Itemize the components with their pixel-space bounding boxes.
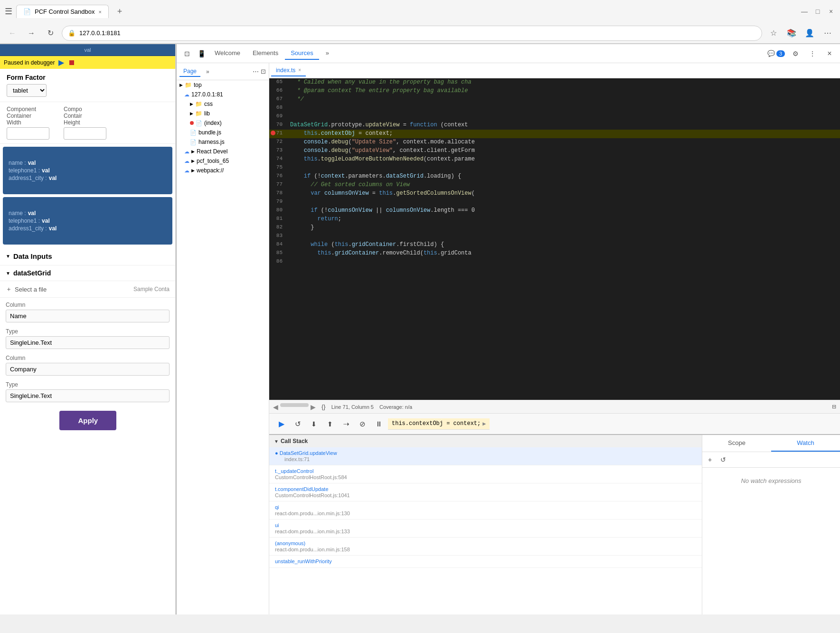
file-item-webpack[interactable]: ☁ ▶ webpack:// [177, 166, 269, 175]
code-line-79: 79 [269, 198, 840, 207]
apply-button[interactable]: Apply [59, 411, 116, 430]
file-item-lib[interactable]: ▶ 📁 lib [177, 109, 269, 118]
type-label-1: Type [6, 328, 170, 335]
sidebar-toggle[interactable]: ☰ [5, 6, 12, 17]
call-stack-item-5[interactable]: (anonymous) react-dom.produ...ion.min.js… [269, 538, 702, 556]
scope-tab[interactable]: Scope [702, 435, 771, 452]
call-stack-item-2[interactable]: t.componentDidUpdate CustomControlHostRo… [269, 483, 702, 501]
tab-close-btn[interactable]: × [98, 9, 101, 15]
step-into-btn[interactable]: ⬇ [307, 417, 321, 431]
type-input-2[interactable] [6, 389, 170, 402]
cs-func-5: (anonymous) [275, 540, 305, 546]
editor-tab-close-btn[interactable]: × [298, 67, 301, 73]
settings-btn[interactable]: ⋯ [820, 26, 835, 41]
file-item-bundle[interactable]: 📄 bundle.js [177, 128, 269, 137]
call-stack-item-1[interactable]: t._updateControl CustomControlHostRoot.j… [269, 465, 702, 483]
column-name-section: Column [0, 298, 175, 324]
scope-watch-section: Scope Watch + ↺ No watch expressions [702, 435, 840, 614]
scroll-right-btn[interactable]: ▶ [311, 403, 316, 411]
refresh-watch-btn[interactable]: ↺ [717, 454, 729, 465]
watch-tab[interactable]: Watch [771, 435, 840, 452]
file-name-harness: harness.js [198, 139, 225, 145]
customize-btn[interactable]: ⋮ [806, 47, 819, 60]
devtools-close-btn[interactable]: × [823, 47, 836, 60]
line-col-status: Line 71, Column 5 [331, 404, 374, 410]
add-watch-btn[interactable]: + [704, 454, 716, 465]
step-out-btn[interactable]: ⬆ [323, 417, 337, 431]
file-item-react[interactable]: ☁ ▶ React Devel [177, 147, 269, 156]
tab-more[interactable]: » [320, 47, 335, 60]
close-btn[interactable]: × [827, 7, 835, 16]
height-input[interactable] [64, 127, 106, 140]
column-name-input[interactable] [6, 310, 170, 322]
chevron-lib: ▶ [190, 111, 193, 116]
address-bar[interactable]: 🔒 127.0.0.1:8181 [62, 26, 762, 41]
file-item-localhost[interactable]: ☁ 127.0.0.1:81 [177, 90, 269, 99]
back-btn[interactable]: ← [5, 26, 20, 41]
scroll-arrow-icon[interactable]: ▶ [482, 420, 486, 427]
folder-icon-lib: 📁 [195, 110, 202, 117]
favorites-btn[interactable]: ☆ [766, 26, 781, 41]
column-company-section: Column [0, 351, 175, 378]
collections-btn[interactable]: 📚 [784, 26, 799, 41]
file-list: ▶ 📁 top ☁ 127.0.0.1:81 ▶ 📁 css [177, 80, 269, 614]
form-factor-select[interactable]: tablet phone desktop [7, 84, 47, 97]
file-tree-menu-btn[interactable]: ⋯ [253, 68, 259, 75]
collapse-icon-bar[interactable]: ⊟ [832, 404, 836, 410]
tab-welcome[interactable]: Welcome [209, 47, 246, 60]
settings-icon-btn[interactable]: ⚙ [789, 47, 802, 60]
maximize-btn[interactable]: □ [813, 7, 822, 16]
refresh-btn[interactable]: ↻ [43, 26, 58, 41]
scroll-left-btn[interactable]: ◀ [273, 403, 278, 411]
file-name-localhost: 127.0.0.1:81 [191, 91, 223, 98]
step-btn[interactable]: ⇢ [340, 417, 353, 431]
type-input-1[interactable] [6, 336, 170, 349]
file-item-css[interactable]: ▶ 📁 css [177, 99, 269, 109]
viewport-btn[interactable]: ⊡ [261, 68, 266, 75]
minimize-btn[interactable]: — [800, 7, 809, 16]
call-stack-item-6[interactable]: unstable_runWithPriority [269, 556, 702, 568]
resume-icon[interactable]: ▶ [58, 58, 64, 67]
dataset-grid-header[interactable]: ▼ dataSetGrid [0, 265, 175, 281]
tab-sources[interactable]: Sources [285, 47, 319, 60]
breakpoint-indicator [190, 121, 194, 125]
file-item-top[interactable]: ▶ 📁 top [177, 80, 269, 90]
file-icon-bundle: 📄 [190, 130, 197, 136]
call-stack-item-4[interactable]: ui react-dom.produ...ion.min.js:133 [269, 520, 702, 538]
deactivate-btn[interactable]: ⊘ [356, 417, 369, 431]
file-item-index[interactable]: 📄 (index) [177, 118, 269, 128]
ft-tab-page[interactable]: Page [179, 66, 200, 77]
file-item-harness[interactable]: 📄 harness.js [177, 137, 269, 147]
cs-func-4: ui [275, 522, 279, 528]
select-file-row[interactable]: ＋ Select a file Sample Conta [0, 281, 175, 298]
new-tab-btn[interactable]: + [113, 4, 127, 19]
pause-exceptions-btn[interactable]: ⏸ [372, 417, 385, 431]
chevron-icon: ▼ [6, 254, 10, 259]
width-input[interactable] [7, 127, 49, 140]
profile-btn[interactable]: 👤 [802, 26, 817, 41]
browser-tab[interactable]: 📄 PCF Control Sandbox × [16, 5, 109, 18]
ft-tab-more[interactable]: » [202, 67, 213, 76]
editor-tab-index[interactable]: index.ts × [271, 65, 306, 76]
left-panel: val Paused in debugger ▶ ⏹ Form Factor t… [0, 44, 176, 614]
file-name-react: React Devel [197, 148, 227, 155]
column-company-input[interactable] [6, 363, 170, 376]
step-over-btn[interactable]: ↺ [291, 417, 304, 431]
stop-icon[interactable]: ⏹ [68, 58, 76, 67]
call-stack-section: ▼ Call Stack ● DataSetGrid.updateView in… [269, 435, 702, 614]
code-area[interactable]: 65 * Called when any value in the proper… [269, 78, 840, 400]
data-inputs-header[interactable]: ▼ Data Inputs [0, 247, 175, 265]
devtools-toolbar: ⊡ 📱 Welcome Elements Sources » 💬 3 ⚙ ⋮ × [177, 44, 840, 63]
call-stack-item-0[interactable]: ● DataSetGrid.updateView index.ts:71 [269, 447, 702, 465]
resume-btn[interactable]: ▶ [275, 417, 288, 431]
call-stack-header[interactable]: ▼ Call Stack [269, 435, 702, 447]
call-stack-item-3[interactable]: qi react-dom.produ...ion.min.js:130 [269, 501, 702, 520]
inspect-element-btn[interactable]: ⊡ [180, 47, 194, 60]
forward-btn[interactable]: → [24, 26, 39, 41]
call-stack-list: ● DataSetGrid.updateView index.ts:71 t._… [269, 447, 702, 614]
file-item-pcf[interactable]: ☁ ▶ pcf_tools_65 [177, 156, 269, 166]
tab-elements[interactable]: Elements [247, 47, 284, 60]
device-toolbar-btn[interactable]: 📱 [195, 47, 208, 60]
column-label-2: Column [6, 355, 170, 361]
badge-count: 3 [776, 50, 785, 57]
